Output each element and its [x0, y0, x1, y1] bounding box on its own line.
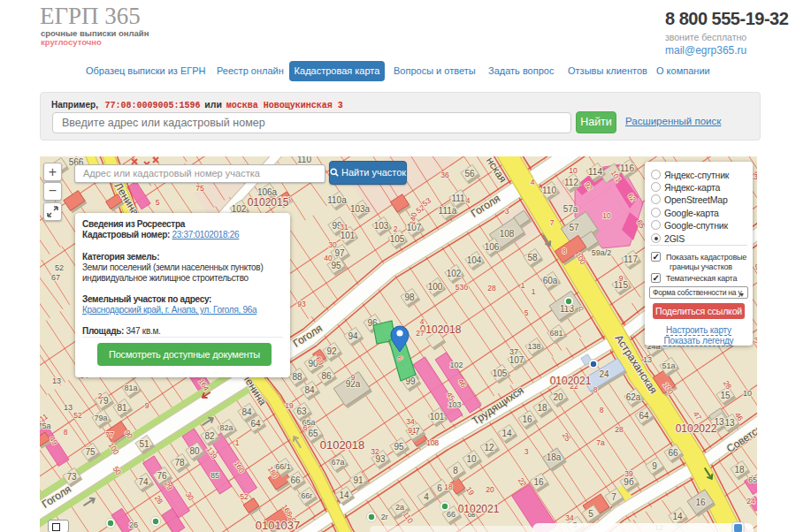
svg-text:106а: 106а — [257, 187, 278, 197]
svg-text:92: 92 — [326, 346, 337, 356]
svg-text:9: 9 — [755, 262, 757, 271]
svg-text:7: 7 — [550, 218, 555, 227]
svg-text:40: 40 — [324, 254, 333, 262]
svg-text:20: 20 — [486, 485, 494, 494]
svg-text:32: 32 — [371, 447, 379, 456]
svg-text:62а: 62а — [626, 392, 641, 402]
svg-text:103: 103 — [374, 221, 389, 231]
svg-text:14: 14 — [672, 512, 683, 521]
svg-text:8: 8 — [593, 385, 598, 394]
svg-text:0102021: 0102021 — [550, 375, 592, 387]
svg-text:18а: 18а — [547, 452, 562, 462]
svg-text:108: 108 — [500, 229, 515, 239]
svg-text:9: 9 — [351, 373, 356, 382]
svg-text:81а: 81а — [124, 384, 137, 392]
svg-text:111: 111 — [451, 194, 465, 203]
svg-text:75: 75 — [85, 447, 96, 457]
svg-text:95: 95 — [331, 261, 341, 270]
svg-text:80: 80 — [189, 446, 200, 456]
svg-text:57: 57 — [569, 223, 579, 232]
svg-text:66г: 66г — [301, 491, 313, 500]
svg-text:65: 65 — [748, 475, 757, 484]
svg-text:0102021: 0102021 — [458, 503, 500, 515]
svg-text:30: 30 — [328, 240, 337, 249]
svg-text:93: 93 — [297, 300, 306, 308]
svg-text:79а: 79а — [94, 414, 107, 422]
svg-text:14: 14 — [501, 429, 512, 438]
svg-text:53б: 53б — [455, 283, 468, 292]
svg-text:107: 107 — [509, 355, 524, 365]
svg-text:18: 18 — [444, 483, 453, 491]
svg-text:20: 20 — [553, 392, 563, 402]
svg-text:88: 88 — [292, 372, 302, 382]
svg-text:9: 9 — [145, 401, 149, 410]
svg-text:7: 7 — [611, 492, 616, 502]
svg-text:78: 78 — [174, 458, 185, 467]
svg-text:102: 102 — [449, 361, 463, 369]
svg-text:4: 4 — [466, 196, 471, 205]
svg-text:110а: 110а — [327, 195, 347, 205]
svg-text:91: 91 — [408, 426, 417, 435]
svg-text:2г: 2г — [381, 513, 389, 521]
svg-text:15: 15 — [720, 391, 731, 400]
svg-text:58: 58 — [527, 253, 538, 262]
svg-text:34: 34 — [565, 513, 574, 522]
svg-text:60а: 60а — [543, 276, 558, 285]
svg-text:10: 10 — [743, 389, 752, 398]
svg-text:84: 84 — [304, 385, 315, 395]
svg-text:112: 112 — [564, 178, 578, 187]
svg-text:0101037: 0101037 — [256, 519, 301, 532]
svg-text:28: 28 — [615, 425, 624, 434]
svg-text:16: 16 — [522, 414, 532, 424]
svg-text:8: 8 — [563, 247, 567, 255]
svg-text:4: 4 — [420, 317, 425, 326]
svg-text:5: 5 — [524, 308, 529, 317]
svg-text:34: 34 — [406, 417, 415, 426]
svg-text:65: 65 — [308, 429, 318, 438]
svg-text:13: 13 — [64, 403, 73, 412]
svg-text:9б: 9б — [624, 477, 634, 487]
svg-text:94: 94 — [348, 331, 358, 341]
svg-text:13: 13 — [643, 355, 652, 364]
svg-text:1: 1 — [521, 281, 525, 290]
svg-text:64: 64 — [639, 411, 649, 421]
svg-text:31: 31 — [340, 223, 348, 232]
svg-text:76: 76 — [157, 471, 167, 481]
svg-text:63: 63 — [296, 407, 307, 416]
svg-text:52: 52 — [55, 263, 64, 272]
svg-text:66: 66 — [668, 448, 678, 458]
svg-text:57а: 57а — [563, 204, 578, 214]
svg-text:1: 1 — [532, 287, 536, 296]
svg-text:18: 18 — [537, 403, 547, 413]
svg-text:4: 4 — [531, 178, 535, 186]
svg-text:81: 81 — [117, 403, 127, 413]
svg-text:104: 104 — [467, 255, 482, 265]
svg-text:106: 106 — [485, 242, 500, 252]
svg-text:111а: 111а — [439, 206, 457, 216]
svg-text:105: 105 — [493, 369, 508, 378]
svg-text:3: 3 — [524, 447, 529, 456]
svg-text:110: 110 — [542, 186, 556, 195]
svg-text:7а: 7а — [596, 438, 605, 447]
svg-text:114: 114 — [588, 167, 602, 177]
svg-text:52: 52 — [240, 492, 249, 501]
svg-text:2а: 2а — [395, 503, 404, 512]
svg-text:2: 2 — [394, 224, 398, 233]
svg-text:56: 56 — [464, 169, 475, 179]
svg-text:101: 101 — [430, 412, 445, 422]
svg-text:13: 13 — [52, 376, 61, 385]
svg-text:16: 16 — [695, 498, 706, 507]
svg-text:26: 26 — [129, 521, 138, 529]
svg-text:75: 75 — [195, 184, 204, 193]
svg-text:5: 5 — [156, 198, 160, 207]
svg-text:103: 103 — [448, 400, 461, 409]
svg-text:84: 84 — [241, 407, 252, 417]
svg-text:103а: 103а — [350, 204, 371, 214]
svg-text:14: 14 — [339, 490, 349, 500]
svg-text:24: 24 — [746, 497, 755, 505]
svg-text:110: 110 — [297, 156, 311, 164]
svg-text:16: 16 — [533, 477, 544, 487]
svg-text:19: 19 — [285, 401, 294, 410]
svg-text:4: 4 — [424, 492, 429, 502]
svg-text:13: 13 — [724, 418, 735, 428]
